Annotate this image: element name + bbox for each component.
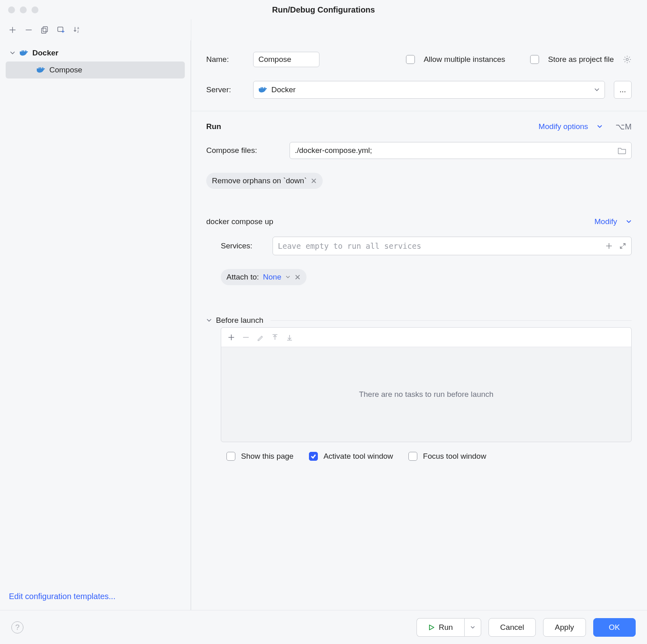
- server-label: Server:: [206, 85, 244, 94]
- window-title: Run/Debug Configurations: [272, 5, 375, 15]
- activate-tool-checkbox[interactable]: [309, 452, 318, 461]
- config-tree: Docker Compose Edit configuration templa…: [0, 40, 191, 610]
- allow-multiple-checkbox[interactable]: [406, 55, 415, 64]
- services-label: Services:: [221, 241, 265, 250]
- services-input[interactable]: Leave empty to run all services: [273, 237, 632, 255]
- svg-rect-2: [58, 27, 63, 32]
- show-page-label: Show this page: [241, 452, 294, 461]
- before-launch-toolbar: [221, 328, 631, 347]
- docker-icon: [36, 66, 45, 74]
- dialog-buttons: ? Run Cancel Apply OK: [0, 610, 647, 644]
- tree-label: Compose: [49, 66, 82, 74]
- before-launch-empty: There are no tasks to run before launch: [221, 347, 631, 442]
- tree-node-docker[interactable]: Docker: [0, 44, 190, 61]
- remove-task-icon[interactable]: [242, 334, 249, 341]
- chevron-down-icon: [285, 275, 290, 280]
- expand-icon[interactable]: [619, 242, 626, 250]
- window-controls: [8, 6, 38, 13]
- store-project-checkbox[interactable]: [530, 55, 539, 64]
- svg-rect-9: [23, 51, 24, 52]
- save-template-icon[interactable]: [56, 25, 66, 35]
- chip-attach-to[interactable]: Attach to: None ✕: [221, 269, 307, 285]
- chip-close-icon[interactable]: ✕: [311, 176, 317, 186]
- svg-rect-14: [40, 68, 41, 69]
- allow-multiple-label: Allow multiple instances: [424, 55, 505, 64]
- cancel-button[interactable]: Cancel: [488, 618, 536, 637]
- name-input[interactable]: [253, 52, 319, 67]
- apply-button[interactable]: Apply: [543, 618, 586, 637]
- server-value: Docker: [271, 85, 296, 94]
- chip-close-icon[interactable]: ✕: [294, 273, 301, 282]
- plus-icon[interactable]: [605, 242, 613, 250]
- compose-files-label: Compose files:: [206, 146, 282, 155]
- server-select[interactable]: Docker: [253, 81, 605, 99]
- compose-up-modify-link[interactable]: Modify: [594, 217, 617, 226]
- chip-remove-orphans: Remove orphans on `down` ✕: [206, 173, 323, 189]
- traffic-close[interactable]: [8, 6, 15, 13]
- move-up-icon[interactable]: [271, 334, 279, 341]
- add-config-icon[interactable]: [7, 25, 18, 35]
- ok-button[interactable]: OK: [593, 618, 636, 637]
- name-label: Name:: [206, 55, 244, 64]
- copy-config-icon[interactable]: [40, 25, 50, 35]
- traffic-zoom[interactable]: [32, 6, 38, 13]
- chevron-down-icon: [10, 50, 15, 56]
- tree-node-compose[interactable]: Compose: [6, 61, 185, 78]
- modify-shortcut: ⌥M: [615, 122, 632, 131]
- chevron-down-icon: [594, 87, 600, 93]
- chevron-down-icon[interactable]: [206, 318, 212, 323]
- svg-point-15: [626, 58, 628, 61]
- remove-config-icon[interactable]: [23, 25, 34, 35]
- chevron-down-icon: [470, 625, 475, 630]
- svg-rect-1: [42, 28, 46, 33]
- run-section-title: Run: [206, 122, 221, 131]
- folder-icon[interactable]: [617, 146, 626, 155]
- show-page-checkbox[interactable]: [226, 452, 235, 461]
- edit-task-icon[interactable]: [257, 334, 264, 341]
- focus-tool-label: Focus tool window: [423, 452, 486, 461]
- traffic-minimize[interactable]: [20, 6, 27, 13]
- chip-attach-value: None: [263, 273, 281, 282]
- move-down-icon[interactable]: [286, 334, 293, 341]
- svg-text:z: z: [77, 30, 79, 34]
- docker-icon: [258, 86, 267, 93]
- store-project-label: Store as project file: [548, 55, 614, 64]
- before-launch-box: There are no tasks to run before launch: [221, 327, 632, 442]
- compose-files-value: ./docker-compose.yml;: [295, 146, 372, 155]
- run-button[interactable]: Run: [417, 618, 464, 637]
- svg-rect-20: [262, 87, 263, 89]
- svg-rect-0: [43, 27, 47, 32]
- gear-icon[interactable]: [623, 55, 632, 64]
- modify-options-link[interactable]: Modify options: [539, 122, 588, 131]
- compose-files-input[interactable]: ./docker-compose.yml;: [290, 142, 632, 159]
- edit-templates-link[interactable]: Edit configuration templates...: [9, 592, 115, 601]
- focus-tool-checkbox[interactable]: [408, 452, 417, 461]
- chevron-down-icon: [626, 219, 632, 225]
- run-button-more[interactable]: [464, 618, 481, 637]
- config-panel: Name: Allow multiple instances Store as …: [191, 40, 647, 610]
- chip-label: Remove orphans on `down`: [212, 176, 307, 185]
- compose-up-title: docker compose up: [206, 217, 273, 226]
- play-icon: [428, 624, 435, 631]
- sidebar-toolbar: az: [0, 19, 647, 40]
- before-launch-title: Before launch: [216, 316, 263, 325]
- tree-label: Docker: [32, 49, 58, 57]
- svg-rect-8: [22, 51, 23, 52]
- chip-attach-label: Attach to:: [226, 273, 259, 282]
- docker-icon: [19, 49, 28, 57]
- services-placeholder: Leave empty to run all services: [278, 241, 421, 250]
- titlebar: Run/Debug Configurations: [0, 0, 647, 19]
- sort-icon[interactable]: az: [72, 25, 82, 35]
- add-task-icon[interactable]: [228, 334, 235, 341]
- activate-tool-label: Activate tool window: [324, 452, 393, 461]
- svg-rect-13: [39, 68, 40, 69]
- svg-rect-19: [261, 87, 262, 89]
- svg-text:a: a: [77, 26, 79, 30]
- help-icon[interactable]: ?: [11, 621, 23, 633]
- chevron-down-icon: [597, 124, 603, 129]
- server-more-button[interactable]: ...: [614, 81, 632, 99]
